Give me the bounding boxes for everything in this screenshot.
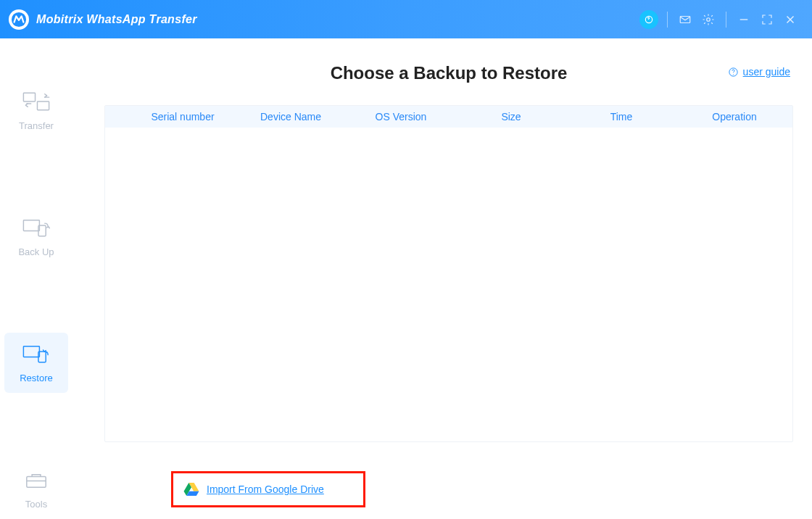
svg-rect-9 <box>23 220 39 231</box>
col-os-version: OS Version <box>346 111 456 123</box>
maximize-icon[interactable] <box>755 8 779 31</box>
sidebar-item-label: Tools <box>25 499 47 510</box>
whatsapp-badge-icon[interactable] <box>639 10 658 29</box>
app-logo <box>9 9 29 30</box>
google-drive-icon <box>183 482 199 497</box>
mail-icon[interactable] <box>674 8 697 31</box>
col-time: Time <box>566 111 676 123</box>
col-device-name: Device Name <box>236 111 346 123</box>
svg-rect-2 <box>680 16 690 22</box>
sidebar: Transfer Back Up Restore <box>0 38 72 519</box>
minimize-icon[interactable] <box>732 8 755 31</box>
backup-table: Serial number Device Name OS Version Siz… <box>104 105 793 442</box>
sidebar-item-label: Transfer <box>19 120 54 131</box>
sidebar-item-tools[interactable]: Tools <box>4 458 68 519</box>
svg-point-16 <box>733 74 734 75</box>
settings-icon[interactable] <box>697 8 720 31</box>
app-title: Mobitrix WhatsApp Transfer <box>36 13 197 26</box>
svg-rect-7 <box>23 94 35 102</box>
main-panel: Choose a Backup to Restore user guide Se… <box>72 38 812 519</box>
svg-rect-8 <box>37 101 49 110</box>
sidebar-item-backup[interactable]: Back Up <box>4 207 68 267</box>
svg-rect-13 <box>27 476 46 487</box>
user-guide-link[interactable]: user guide <box>728 66 790 78</box>
col-serial-number: Serial number <box>130 111 236 123</box>
import-gdrive-link[interactable]: Import From Google Drive <box>207 483 324 495</box>
titlebar: Mobitrix WhatsApp Transfer <box>0 0 812 38</box>
help-icon <box>728 67 739 78</box>
table-header: Serial number Device Name OS Version Siz… <box>105 106 792 128</box>
sidebar-item-restore[interactable]: Restore <box>4 333 68 394</box>
svg-point-3 <box>707 17 710 21</box>
sidebar-item-transfer[interactable]: Transfer <box>4 80 68 141</box>
user-guide-label: user guide <box>743 66 790 78</box>
sidebar-item-label: Back Up <box>18 246 54 257</box>
col-size: Size <box>456 111 566 123</box>
close-icon[interactable] <box>779 8 802 31</box>
col-operation: Operation <box>676 111 792 123</box>
sidebar-item-label: Restore <box>20 373 53 383</box>
titlebar-divider <box>726 12 726 28</box>
import-gdrive-highlight: Import From Google Drive <box>171 471 365 507</box>
titlebar-divider <box>667 12 668 28</box>
page-title: Choose a Backup to Restore <box>104 63 793 83</box>
svg-rect-11 <box>23 346 39 357</box>
